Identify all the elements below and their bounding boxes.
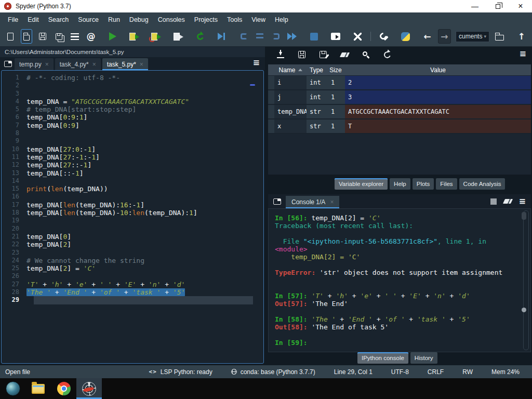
code-line[interactable]: 24# We cannot change the string <box>2 257 263 264</box>
ipython-console[interactable]: In [56]: temp_DNA[2] = 'C'Traceback (mos… <box>268 208 531 352</box>
code-line[interactable]: 27'T' + 'h' + 'e' + ' ' + 'E' + 'n' + 'd… <box>2 281 263 288</box>
continue-icon[interactable] <box>286 29 298 44</box>
file-switcher-icon[interactable] <box>69 29 81 44</box>
rerun-file-icon[interactable] <box>194 29 206 44</box>
console-tab[interactable]: Console 1/A × <box>286 196 339 208</box>
close-icon[interactable]: × <box>140 61 143 68</box>
save-icon[interactable] <box>37 29 48 44</box>
find-symbols-icon[interactable]: @ <box>85 29 97 44</box>
code-line[interactable]: 19 <box>2 217 263 224</box>
close-icon[interactable]: × <box>330 198 334 206</box>
parent-dir-icon[interactable]: ↑ <box>516 29 527 44</box>
menu-search[interactable]: Search <box>44 16 74 23</box>
console-scrollbar[interactable] <box>523 210 529 350</box>
column-header-size[interactable]: Size <box>326 66 345 74</box>
code-line[interactable]: 25temp_DNA[2] = 'C' <box>2 264 263 272</box>
tab-files[interactable]: Files <box>436 178 457 190</box>
code-line[interactable]: 22temp_DNA[2] <box>2 241 263 248</box>
menu-tools[interactable]: Tools <box>222 16 247 23</box>
code-line[interactable]: 7temp_DNA[0:9] <box>2 122 263 129</box>
variable-row-i[interactable]: iint12 <box>268 76 531 90</box>
stop-debug-icon[interactable] <box>308 29 320 44</box>
code-line[interactable]: 10temp_DNA[27:0:-1] <box>2 145 263 153</box>
menu-file[interactable]: File <box>3 16 23 23</box>
import-data-icon[interactable] <box>275 47 286 62</box>
close-icon[interactable]: × <box>92 61 96 68</box>
run-selection-icon[interactable] <box>172 29 184 44</box>
code-line[interactable]: 16 <box>2 193 263 201</box>
console-options-icon[interactable]: ≡ <box>519 197 526 206</box>
search-icon[interactable] <box>360 47 371 62</box>
column-header-value[interactable]: Value <box>345 66 531 74</box>
variable-row-temp_DNA[interactable]: temp_DNAstr1ATGCCGCTAAACTGACATXXTCAGATC <box>268 105 531 119</box>
code-line[interactable]: 1# -*- coding: utf-8 -*- <box>2 74 263 82</box>
menu-edit[interactable]: Edit <box>23 16 44 23</box>
open-dir-icon[interactable] <box>494 29 506 44</box>
variable-explorer-options-icon[interactable]: ≡ <box>520 50 526 58</box>
editor-tab-task_4.py[interactable]: task_4.py*× <box>55 58 101 70</box>
menu-view[interactable]: View <box>247 16 270 23</box>
editor-options-icon[interactable]: ≡ <box>253 59 260 67</box>
spyder-icon[interactable] <box>76 378 102 399</box>
rerun-cell-icon[interactable] <box>151 29 162 44</box>
open-file-icon[interactable] <box>21 29 32 44</box>
chrome-icon[interactable] <box>51 378 76 399</box>
code-line[interactable]: 5# temp_DNA[start:stop:step] <box>2 105 263 113</box>
code-line[interactable]: 18temp_DNA[len(temp_DNA)-10:len(temp_DNA… <box>2 209 263 217</box>
menu-consoles[interactable]: Consoles <box>153 16 190 23</box>
debug-file-icon[interactable] <box>216 29 228 44</box>
preferences-icon[interactable] <box>378 29 390 44</box>
code-line[interactable]: 6temp_DNA[0:9:1] <box>2 113 263 121</box>
variable-row-j[interactable]: jint13 <box>268 90 531 105</box>
close-button[interactable]: × <box>509 0 532 12</box>
python-path-icon[interactable] <box>400 29 411 44</box>
code-line[interactable]: 9 <box>2 137 263 145</box>
forward-icon[interactable]: → <box>438 29 451 44</box>
tab-help[interactable]: Help <box>390 178 410 190</box>
menu-help[interactable]: Help <box>270 16 293 23</box>
save-data-icon[interactable] <box>296 47 308 62</box>
code-editor[interactable]: 1# -*- coding: utf-8 -*-234temp_DNA = "A… <box>1 70 264 364</box>
code-line[interactable]: 2 <box>2 82 263 89</box>
tab-ipython-console[interactable]: IPython console <box>357 352 408 364</box>
step-return-icon[interactable] <box>270 29 282 44</box>
code-line[interactable]: 21temp_DNA[0] <box>2 233 263 241</box>
menu-projects[interactable]: Projects <box>190 16 222 23</box>
save-data-as-icon[interactable] <box>317 47 329 62</box>
restore-button[interactable] <box>486 0 509 12</box>
code-line[interactable]: 15print(len(temp_DNA)) <box>2 185 263 193</box>
menu-source[interactable]: Source <box>73 16 103 23</box>
back-icon[interactable]: ← <box>422 29 433 44</box>
run-cell-icon[interactable] <box>129 29 140 44</box>
editor-tab-task_5.py[interactable]: task_5.py*× <box>102 58 148 70</box>
code-line[interactable]: 29 <box>2 296 263 304</box>
code-line[interactable]: 28'The ' + 'End ' + 'of ' + 'task ' + '5… <box>2 288 263 296</box>
code-line[interactable]: 17temp_DNA[len(temp_DNA):16:-1] <box>2 201 263 209</box>
tab-plots[interactable]: Plots <box>413 178 434 190</box>
code-line[interactable]: 13temp_DNA[::-1] <box>2 169 263 177</box>
interrupt-kernel-icon[interactable] <box>490 198 497 205</box>
close-icon[interactable]: × <box>45 61 49 68</box>
tab-history[interactable]: History <box>410 352 437 364</box>
code-line[interactable]: 20 <box>2 225 263 233</box>
code-line[interactable]: 14 <box>2 177 263 185</box>
code-line[interactable]: 23 <box>2 249 263 257</box>
scrollbar-thumb[interactable] <box>522 308 526 312</box>
code-line[interactable]: 4temp_DNA = "ATGCCGCTAAACTGACATXXTCAGATC… <box>2 98 263 105</box>
tab-variable-explorer[interactable]: Variable explorer <box>335 178 388 190</box>
code-line[interactable]: 26 <box>2 272 263 280</box>
file-explorer-icon[interactable] <box>25 378 51 399</box>
editor-pane-icon[interactable] <box>1 57 15 70</box>
clear-console-icon[interactable] <box>502 199 512 204</box>
menu-run[interactable]: Run <box>103 16 125 23</box>
code-line[interactable]: 3 <box>2 90 263 98</box>
step-icon[interactable] <box>238 29 249 44</box>
new-file-icon[interactable] <box>5 29 16 44</box>
remove-variables-icon[interactable] <box>339 47 350 62</box>
tab-code-analysis[interactable]: Code Analysis <box>459 178 506 190</box>
menu-debug[interactable]: Debug <box>125 16 153 23</box>
column-header-name[interactable]: Name <box>274 66 307 74</box>
variable-row-x[interactable]: xstr1T <box>268 119 531 134</box>
open-last-closed-icon[interactable] <box>330 29 341 44</box>
code-line[interactable]: 12temp_DNA[27::-1] <box>2 161 263 169</box>
